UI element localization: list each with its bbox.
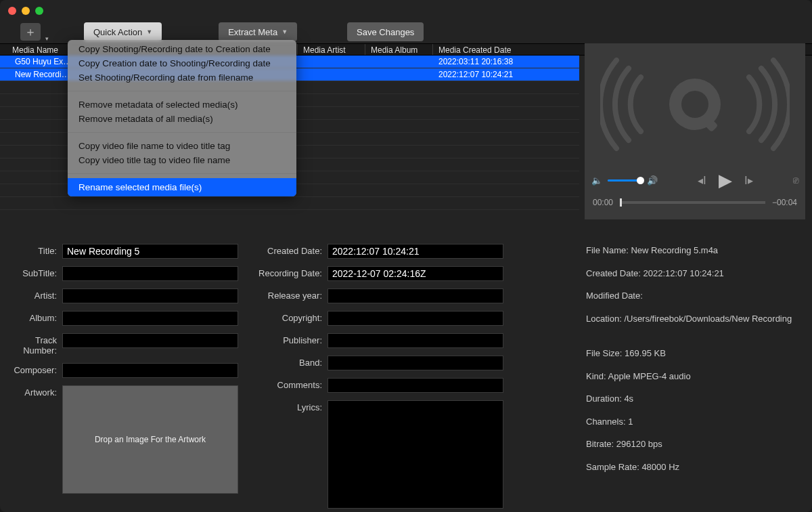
label-band: Band: [258, 356, 328, 368]
menu-item-remove-metadata-selected[interactable]: Remove metadata of selected media(s) [68, 95, 296, 112]
info-duration: Duration: 4s [586, 392, 803, 406]
form-column-right: Created Date:2022:12:07 10:24:21 Recordi… [258, 244, 503, 509]
menu-item-rename-selected[interactable]: Rename selected media file(s) [68, 178, 296, 196]
artist-field[interactable] [62, 289, 238, 303]
menu-item-remove-metadata-all[interactable]: Remove metadata of all media(s) [68, 112, 296, 128]
info-channels: Channels: 1 [586, 415, 803, 429]
menu-item-set-shooting-from-filename[interactable]: Set Shooting/Recording date from filenam… [68, 70, 296, 87]
label-comments: Comments: [258, 378, 328, 390]
recording-date-field[interactable]: 2022-12-07 02:24:16Z [328, 266, 503, 281]
album-field[interactable] [62, 311, 238, 326]
copyright-field[interactable] [328, 311, 503, 326]
minimize-window-button[interactable] [22, 7, 30, 15]
save-changes-label: Save Changes [357, 27, 414, 37]
label-album: Album: [7, 311, 62, 323]
composer-field[interactable] [62, 363, 238, 378]
menu-separator [68, 91, 296, 91]
label-lyrics: Lyrics: [258, 400, 328, 412]
lyrics-field[interactable] [328, 400, 503, 509]
save-changes-button[interactable]: Save Changes [347, 22, 424, 41]
quick-action-menu: Copy Shooting/Recording date to Creation… [68, 40, 296, 196]
window-controls [8, 7, 43, 15]
label-publisher: Publisher: [258, 333, 328, 345]
scrubber[interactable] [620, 201, 765, 204]
col-media-name[interactable]: Media Name [7, 44, 69, 55]
add-media-button[interactable]: ＋ [20, 23, 41, 41]
volume-slider[interactable] [608, 179, 641, 182]
col-media-album[interactable]: Media Album [365, 44, 433, 55]
preview-artwork [585, 43, 805, 165]
preview-controls: 🔈 🔊 ◂Ⅰ ▶ Ⅰ▸ ⎚ [585, 167, 805, 194]
label-copyright: Copyright: [258, 311, 328, 323]
cell-created: 2022:12:07 10:24:21 [433, 70, 568, 79]
cell-created: 2022:03:11 20:16:38 [433, 57, 568, 66]
app-window: ＋ Quick Action ▼ Extract Meta ▼ Save Cha… [0, 0, 812, 512]
time-remaining: −00:04 [772, 198, 797, 207]
label-created: Created Date: [258, 244, 328, 256]
label-track: Track Number: [7, 333, 62, 356]
airplay-icon[interactable]: ⎚ [793, 175, 798, 186]
metadata-form: Title:New Recording 5 SubTitle: Artist: … [7, 244, 521, 509]
label-composer: Composer: [7, 363, 62, 375]
comments-field[interactable] [328, 378, 503, 393]
col-media-created[interactable]: Media Created Date [433, 44, 568, 55]
cell-name: G50 Huyu Ex…3. [15, 57, 69, 66]
menu-separator [68, 132, 296, 133]
extract-meta-button[interactable]: Extract Meta ▼ [219, 22, 297, 41]
artwork-dropzone[interactable]: Drop an Image For the Artwork [62, 385, 238, 494]
svg-point-1 [681, 91, 708, 118]
file-info-panel: File Name: New Recording 5.m4a Created D… [586, 244, 803, 473]
volume-high-icon: 🔊 [647, 175, 658, 186]
release-year-field[interactable] [328, 289, 503, 303]
info-samplerate: Sample Rate: 48000 Hz [586, 461, 803, 474]
cell-name: New Recordi…5.m [15, 70, 69, 79]
menu-item-copy-filename-to-title[interactable]: Copy video file name to video title tag [68, 137, 296, 153]
created-date-field[interactable]: 2022:12:07 10:24:21 [328, 244, 503, 259]
col-media-artist[interactable]: Media Artist [298, 44, 365, 55]
label-subtitle: SubTitle: [7, 266, 62, 278]
menu-item-copy-shooting-to-creation[interactable]: Copy Shooting/Recording date to Creation… [68, 40, 296, 56]
label-artwork: Artwork: [7, 385, 62, 398]
menu-item-copy-title-to-filename[interactable]: Copy video title tag to video file name [68, 153, 296, 169]
extract-meta-label: Extract Meta [228, 27, 277, 37]
quick-action-button[interactable]: Quick Action ▼ [84, 22, 162, 41]
info-bitrate: Bitrate: 296120 bps [586, 438, 803, 451]
chevron-down-icon: ▼ [146, 28, 152, 35]
info-created: Created Date: 2022:12:07 10:24:21 [586, 267, 803, 280]
subtitle-field[interactable] [62, 266, 238, 281]
form-column-left: Title:New Recording 5 SubTitle: Artist: … [7, 244, 238, 509]
menu-separator [68, 173, 296, 174]
volume-low-icon: 🔈 [591, 175, 602, 186]
title-field[interactable]: New Recording 5 [62, 244, 238, 259]
step-forward-button[interactable]: Ⅰ▸ [744, 174, 753, 187]
band-field[interactable] [328, 356, 503, 370]
label-recording: Recording Date: [258, 266, 328, 278]
play-button[interactable]: ▶ [719, 170, 732, 191]
step-back-button[interactable]: ◂Ⅰ [698, 174, 706, 187]
info-modified: Modified Date: [586, 289, 803, 303]
quicktime-icon [600, 54, 790, 155]
info-kind: Kind: Apple MPEG-4 audio [586, 370, 803, 383]
info-location: Location: /Users/fireebok/Downloads/New … [586, 312, 803, 326]
chevron-down-icon: ▼ [281, 28, 288, 35]
info-filename: File Name: New Recording 5.m4a [586, 244, 803, 257]
info-filesize: File Size: 169.95 KB [586, 347, 803, 360]
preview-pane: 🔈 🔊 ◂Ⅰ ▶ Ⅰ▸ ⎚ 00:00 −00:04 [585, 43, 805, 219]
label-release: Release year: [258, 289, 328, 301]
menu-item-copy-creation-to-shooting[interactable]: Copy Creation date to Shooting/Recording… [68, 56, 296, 70]
time-elapsed: 00:00 [593, 198, 613, 207]
track-field[interactable] [62, 333, 238, 348]
label-title: Title: [7, 244, 62, 256]
label-artist: Artist: [7, 289, 62, 301]
close-window-button[interactable] [8, 7, 16, 15]
publisher-field[interactable] [328, 333, 503, 348]
quick-action-label: Quick Action [93, 27, 142, 37]
zoom-window-button[interactable] [35, 7, 43, 15]
preview-timeline: 00:00 −00:04 [585, 192, 805, 213]
